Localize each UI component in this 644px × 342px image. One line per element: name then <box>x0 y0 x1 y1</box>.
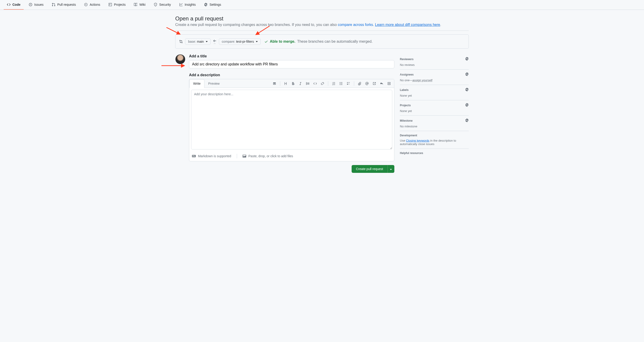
assignees-prefix: No one— <box>400 78 412 82</box>
attach-icon[interactable] <box>356 80 363 87</box>
description-label: Add a description <box>189 73 394 77</box>
project-icon <box>108 3 112 6</box>
tab-projects-label: Projects <box>114 3 126 6</box>
sidebar-resources: Helpful resources <box>400 149 469 157</box>
milestone-body: No milestone <box>400 125 469 128</box>
svg-line-1 <box>166 27 180 34</box>
paste-note-text: Paste, drop, or click to add files <box>248 154 293 158</box>
assign-yourself-link[interactable]: assign yourself <box>412 78 432 82</box>
main-container: Open a pull request Create a new pull re… <box>172 10 472 178</box>
tab-wiki[interactable]: Wiki <box>131 0 148 10</box>
description-textarea[interactable] <box>191 90 392 149</box>
compare-branch-button[interactable]: compare: test-pr-filters <box>219 38 261 45</box>
write-tab[interactable]: Write <box>189 79 204 88</box>
create-pr-button[interactable]: Create pull request <box>352 165 388 173</box>
copilot-icon[interactable] <box>271 80 278 87</box>
tab-issues[interactable]: Issues <box>26 0 46 10</box>
tab-settings-label: Settings <box>210 3 221 6</box>
milestone-title: Milestone <box>400 119 412 122</box>
labels-title: Labels <box>400 88 408 92</box>
labels-body: None yet <box>400 94 469 97</box>
tab-insights[interactable]: Insights <box>176 0 199 10</box>
sidebar-development: Development Use Closing keywords in the … <box>400 131 469 149</box>
sidebar-labels: Labels None yet <box>400 85 469 100</box>
gear-icon <box>465 118 469 122</box>
dev-prefix: Use <box>400 139 406 142</box>
svg-point-7 <box>340 83 340 84</box>
assignees-gear[interactable] <box>465 72 469 77</box>
annotation-arrow-3 <box>162 63 187 68</box>
tab-insights-label: Insights <box>185 3 196 6</box>
tab-issues-label: Issues <box>34 3 44 6</box>
quote-icon[interactable] <box>304 80 311 87</box>
heading-icon[interactable] <box>282 80 289 87</box>
mention-icon[interactable] <box>364 80 370 87</box>
markdown-supported-link[interactable]: Markdown is supported <box>192 154 231 158</box>
tab-security[interactable]: Security <box>150 0 174 10</box>
reviewers-gear[interactable] <box>465 57 469 61</box>
merge-ok-text: Able to merge. <box>270 39 295 44</box>
diff-learn-link[interactable]: Learn more about diff comparisons here <box>375 23 440 27</box>
paste-files-link[interactable]: Paste, drop, or click to add files <box>242 154 293 158</box>
svg-point-4 <box>274 83 274 83</box>
subtitle-period: . <box>373 23 375 27</box>
labels-gear[interactable] <box>465 88 469 92</box>
link-icon[interactable] <box>319 80 326 87</box>
gear-icon <box>465 88 469 91</box>
compare-branch-name: test-pr-filters <box>236 40 254 43</box>
compare-box: base: main ... compare: test-pr-filters … <box>175 34 469 49</box>
tab-actions[interactable]: Actions <box>81 0 103 10</box>
title-label: Add a title <box>189 54 394 58</box>
main-column: Add a title Add a description Write Prev… <box>175 54 394 173</box>
check-icon <box>264 40 268 43</box>
tab-settings[interactable]: Settings <box>201 0 224 10</box>
preview-tab[interactable]: Preview <box>204 79 223 88</box>
base-branch-button[interactable]: base: main <box>185 38 210 45</box>
sidebar-assignees: Assignees No one—assign yourself <box>400 69 469 85</box>
projects-gear[interactable] <box>465 103 469 107</box>
cross-reference-icon[interactable] <box>371 80 378 87</box>
development-body: Use Closing keywords in the description … <box>400 139 469 146</box>
merge-status: Able to merge. These branches can be aut… <box>264 39 372 44</box>
svg-point-8 <box>340 84 340 85</box>
milestone-gear[interactable] <box>465 118 469 123</box>
assignees-title: Assignees <box>400 73 414 76</box>
graph-icon <box>179 3 183 6</box>
tab-code[interactable]: Code <box>4 0 24 10</box>
caret-down-icon <box>206 41 208 42</box>
book-icon <box>134 3 138 6</box>
svg-point-0 <box>30 4 31 5</box>
compare-forks-link[interactable]: compare across forks <box>338 23 373 27</box>
reply-icon[interactable] <box>378 80 385 87</box>
tab-actions-label: Actions <box>90 3 100 6</box>
sidebar-milestone: Milestone No milestone <box>400 116 469 131</box>
create-pr-dropdown[interactable] <box>388 165 394 173</box>
annotation-arrow-1 <box>166 27 185 36</box>
sidebar-reviewers: Reviewers No reviews <box>400 54 469 69</box>
italic-icon[interactable] <box>297 80 304 87</box>
unordered-list-icon[interactable] <box>338 80 344 87</box>
ordered-list-icon[interactable] <box>330 80 337 87</box>
annotation-arrow-2 <box>254 26 272 36</box>
user-avatar[interactable] <box>175 54 185 64</box>
task-list-icon[interactable] <box>345 80 352 87</box>
arrow-left-icon: ... <box>213 39 216 44</box>
page-title: Open a pull request <box>175 15 469 22</box>
closing-keywords-link[interactable]: Closing keywords <box>406 139 430 142</box>
shield-icon <box>154 3 157 6</box>
base-branch-name: main <box>197 40 204 43</box>
projects-body: None yet <box>400 109 469 113</box>
comment-footer: Markdown is supported Paste, drop, or cl… <box>189 152 394 161</box>
git-compare-icon <box>179 40 183 43</box>
tab-pulls[interactable]: Pull requests <box>48 0 79 10</box>
header-separator <box>175 30 469 31</box>
code-icon[interactable] <box>312 80 318 87</box>
title-input[interactable] <box>189 60 394 68</box>
diff-icon[interactable] <box>386 80 392 87</box>
tab-projects[interactable]: Projects <box>105 0 129 10</box>
merge-auto-text: These branches can be automatically merg… <box>297 39 372 44</box>
reviewers-body: No reviews <box>400 63 469 66</box>
markdown-icon <box>192 154 196 158</box>
bold-icon[interactable] <box>290 80 296 87</box>
gear-icon <box>204 3 208 6</box>
